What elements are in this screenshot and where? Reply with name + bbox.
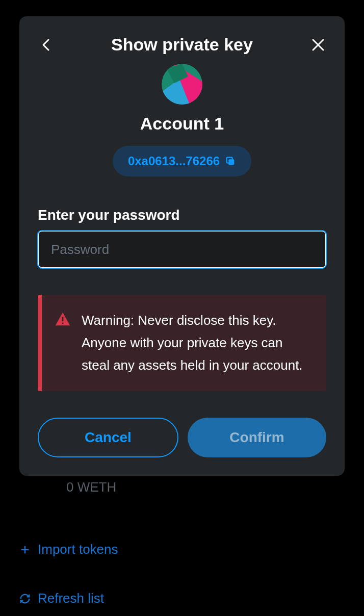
svg-rect-11 [62, 323, 64, 324]
svg-rect-8 [228, 159, 234, 165]
account-avatar [162, 64, 202, 105]
plus-icon [19, 544, 31, 555]
show-private-key-modal: Show private key Account 1 0xa0613...762… [19, 16, 345, 476]
account-address: 0xa0613...76266 [128, 154, 220, 168]
password-label: Enter your password [38, 207, 326, 223]
import-tokens-label: Import tokens [38, 542, 118, 557]
cancel-button[interactable]: Cancel [38, 418, 178, 457]
close-icon [311, 38, 325, 52]
back-button[interactable] [38, 37, 54, 53]
refresh-list-label: Refresh list [38, 591, 104, 606]
import-tokens-link[interactable]: Import tokens [19, 542, 118, 557]
refresh-list-link[interactable]: Refresh list [19, 591, 104, 606]
chevron-left-icon [41, 38, 50, 52]
copy-address-button[interactable]: 0xa0613...76266 [113, 146, 251, 176]
confirm-button[interactable]: Confirm [188, 418, 326, 457]
close-button[interactable] [310, 37, 326, 53]
warning-text: Warning: Never disclose this key. Anyone… [82, 309, 312, 377]
modal-title: Show private key [54, 35, 310, 55]
account-name: Account 1 [38, 114, 326, 134]
token-balance-weth: 0 WETH [66, 479, 116, 495]
warning-icon [54, 311, 71, 328]
copy-icon [225, 156, 236, 167]
password-input[interactable] [38, 230, 326, 268]
warning-box: Warning: Never disclose this key. Anyone… [38, 295, 326, 391]
svg-rect-10 [62, 317, 64, 321]
refresh-icon [19, 593, 31, 604]
